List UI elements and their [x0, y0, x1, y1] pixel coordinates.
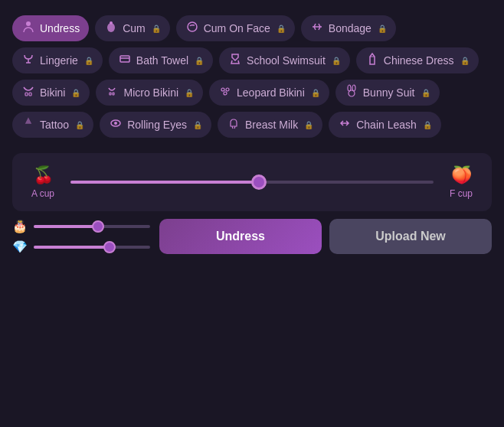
adj-fill-2	[34, 246, 110, 249]
tag-bondage[interactable]: Bondage🔒	[301, 15, 396, 41]
school-swimsuit-lock-icon: 🔒	[332, 57, 341, 65]
adj-thumb-1[interactable]	[92, 220, 104, 233]
bath-towel-icon	[118, 52, 132, 69]
tattoo-icon	[21, 116, 35, 133]
adj-row-1: 🎂	[12, 219, 150, 233]
tag-cum-on-face[interactable]: Cum On Face🔒	[176, 15, 295, 41]
bunny-suit-lock-icon: 🔒	[421, 89, 430, 97]
cup-size-label-left: 🍒 A cup	[28, 165, 58, 199]
tag-chinese-dress[interactable]: Chinese Dress🔒	[356, 47, 479, 73]
lingerie-label: Lingerie	[40, 54, 78, 67]
school-swimsuit-icon	[228, 52, 242, 69]
svg-point-16	[114, 122, 117, 125]
tag-leopard-bikini[interactable]: Leopard Bikini🔒	[209, 80, 329, 106]
rolling-eyes-icon	[109, 116, 123, 133]
chain-leash-label: Chain Leash	[356, 119, 417, 131]
svg-rect-7	[110, 93, 111, 95]
slider-track	[70, 181, 434, 184]
cup-size-label-right: 🍑 F cup	[446, 165, 476, 199]
bondage-lock-icon: 🔒	[378, 24, 387, 33]
svg-point-0	[26, 21, 31, 26]
micro-bikini-icon	[105, 84, 119, 101]
adj-fill-1	[34, 225, 98, 228]
bath-towel-lock-icon: 🔒	[195, 57, 204, 65]
cum-on-face-label: Cum On Face	[204, 22, 270, 34]
cum-on-face-icon	[185, 20, 199, 37]
tag-tattoo[interactable]: Tattoo🔒	[12, 112, 93, 138]
adjustments-panel: 🎂 💎	[12, 219, 150, 254]
tattoo-label: Tattoo	[40, 119, 69, 131]
svg-point-10	[226, 88, 229, 91]
svg-point-9	[221, 88, 224, 91]
svg-rect-5	[25, 93, 28, 96]
cup-size-slider-section: 🍒 A cup 🍑 F cup	[12, 153, 492, 211]
slider-thumb[interactable]	[251, 174, 267, 190]
adj-track-1[interactable]	[34, 225, 150, 228]
breast-milk-lock-icon: 🔒	[304, 121, 313, 129]
cup-label-right-text: F cup	[450, 188, 473, 199]
breast-milk-icon	[227, 116, 241, 133]
shape-icon: 💎	[12, 240, 28, 254]
bondage-label: Bondage	[329, 22, 371, 34]
micro-bikini-lock-icon: 🔒	[185, 89, 194, 97]
svg-rect-8	[113, 93, 114, 95]
bikini-icon	[21, 84, 35, 101]
tag-micro-bikini[interactable]: Micro Bikini🔒	[96, 80, 203, 106]
cup-size-slider[interactable]	[70, 181, 434, 184]
upload-new-button[interactable]: Upload New	[329, 219, 492, 254]
leopard-bikini-icon	[218, 84, 232, 101]
leopard-bikini-label: Leopard Bikini	[237, 86, 305, 99]
bondage-icon	[310, 20, 324, 37]
cum-on-face-lock-icon: 🔒	[277, 24, 286, 33]
cup-label-left-text: A cup	[31, 188, 54, 199]
chinese-dress-lock-icon: 🔒	[460, 57, 470, 65]
bikini-label: Bikini	[40, 86, 65, 99]
leopard-bikini-lock-icon: 🔒	[311, 89, 320, 97]
tag-school-swimsuit[interactable]: School Swimsuit🔒	[219, 47, 350, 73]
bunny-suit-icon	[345, 84, 358, 101]
chinese-dress-label: Chinese Dress	[384, 54, 454, 67]
cum-lock-icon: 🔒	[152, 24, 161, 33]
tag-rolling-eyes[interactable]: Rolling Eyes🔒	[100, 112, 211, 138]
bra-small-icon: 🍒	[33, 165, 54, 185]
undress-button[interactable]: Undress	[159, 219, 322, 254]
micro-bikini-label: Micro Bikini	[123, 86, 178, 99]
chain-leash-lock-icon: 🔒	[423, 121, 432, 129]
bunny-suit-label: Bunny Suit	[363, 86, 415, 99]
chinese-dress-icon	[365, 52, 379, 69]
bikini-lock-icon: 🔒	[71, 89, 80, 97]
svg-rect-4	[120, 56, 129, 62]
undress-icon	[21, 20, 35, 37]
slider-fill	[70, 181, 259, 184]
adj-thumb-2[interactable]	[103, 241, 116, 253]
tags-container: UndressCum🔒Cum On Face🔒Bondage🔒Lingerie🔒…	[0, 0, 504, 147]
chain-leash-icon	[338, 116, 352, 133]
tag-undress[interactable]: Undress	[12, 15, 89, 41]
tag-breast-milk[interactable]: Breast Milk🔒	[218, 112, 322, 138]
tag-bikini[interactable]: Bikini🔒	[12, 80, 90, 106]
tag-chain-leash[interactable]: Chain Leash🔒	[329, 112, 441, 138]
action-buttons: Undress Upload New	[159, 219, 492, 254]
adj-row-2: 💎	[12, 240, 150, 254]
cum-label: Cum	[123, 22, 146, 34]
svg-point-14	[349, 90, 355, 96]
tag-bunny-suit[interactable]: Bunny Suit🔒	[335, 80, 440, 106]
lingerie-icon	[21, 52, 35, 69]
tattoo-lock-icon: 🔒	[75, 121, 84, 129]
size-icon: 🎂	[12, 219, 28, 233]
rolling-eyes-lock-icon: 🔒	[193, 121, 202, 129]
cum-icon	[104, 20, 118, 37]
undress-label: Undress	[40, 22, 80, 34]
svg-point-11	[224, 92, 227, 95]
tag-cum[interactable]: Cum🔒	[95, 15, 170, 41]
bottom-controls: 🎂 💎 Undress Upload New	[12, 219, 492, 254]
svg-point-3	[188, 22, 197, 31]
breast-milk-label: Breast Milk	[245, 119, 298, 131]
svg-point-2	[110, 21, 113, 24]
tag-lingerie[interactable]: Lingerie🔒	[12, 47, 103, 73]
lingerie-lock-icon: 🔒	[84, 57, 93, 65]
school-swimsuit-label: School Swimsuit	[247, 54, 326, 67]
rolling-eyes-label: Rolling Eyes	[127, 119, 187, 131]
tag-bath-towel[interactable]: Bath Towel🔒	[109, 47, 213, 73]
adj-track-2[interactable]	[34, 246, 150, 249]
